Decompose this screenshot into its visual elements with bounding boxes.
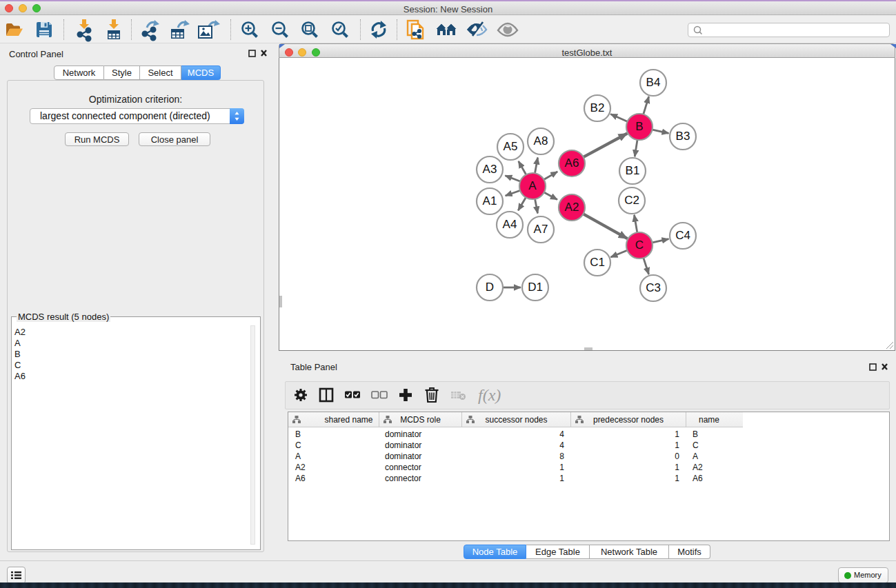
svg-text:A8: A8	[534, 134, 548, 148]
svg-text:D1: D1	[528, 281, 543, 294]
svg-text:B3: B3	[676, 130, 690, 143]
svg-text:C3: C3	[646, 281, 661, 294]
svg-text:D: D	[486, 281, 494, 294]
svg-text:C4: C4	[675, 229, 690, 242]
svg-text:A7: A7	[534, 223, 548, 236]
svg-text:C: C	[635, 239, 644, 252]
svg-text:B2: B2	[590, 101, 605, 114]
svg-text:A5: A5	[504, 140, 518, 153]
svg-text:A4: A4	[503, 218, 517, 231]
svg-text:A: A	[528, 179, 537, 192]
svg-text:A2: A2	[565, 201, 579, 214]
svg-text:A3: A3	[483, 163, 497, 176]
svg-text:B1: B1	[626, 164, 640, 177]
svg-text:B: B	[635, 120, 643, 133]
svg-text:A6: A6	[565, 156, 579, 170]
svg-text:B4: B4	[646, 76, 661, 89]
svg-text:C2: C2	[624, 194, 639, 207]
svg-text:A1: A1	[483, 194, 497, 207]
svg-text:C1: C1	[590, 256, 605, 269]
svg-text:f(x): f(x)	[478, 386, 501, 404]
